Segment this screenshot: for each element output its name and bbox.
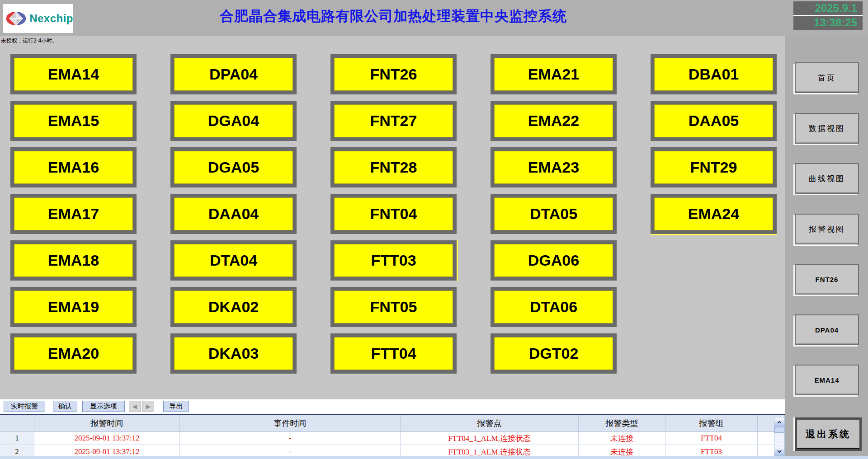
device-button-dgt02[interactable]: DGT02 <box>491 333 617 374</box>
right-arrow-icon: ▶ <box>146 403 151 410</box>
alarm-toolbar: 实时报警确认显示选项◀▶导出 <box>0 399 785 414</box>
sidebar-nav-2-曲线视图[interactable]: 曲线视图 <box>795 163 859 194</box>
alarm-cell: 2025-09-01 13:37:12 <box>34 432 180 445</box>
window-bottom-edge <box>0 456 868 459</box>
alarm-table-header: 报警时间事件时间报警点报警类型报警组 <box>0 415 785 432</box>
device-button-daa04[interactable]: DAA04 <box>170 194 297 234</box>
scrollbar-thumb[interactable] <box>774 427 784 433</box>
device-button-ema24[interactable]: EMA24 <box>651 194 777 234</box>
header-bar: Nexchip 合肥晶合集成电路有限公司加热处理装置中央监控系统 2025.9.… <box>0 0 868 36</box>
sidebar-device-fnt26[interactable]: FNT26 <box>795 264 859 295</box>
alarm-cell: FTT04_1_ALM.连接状态 <box>401 432 579 445</box>
device-button-dga05[interactable]: DGA05 <box>170 147 297 187</box>
sidebar-nav-1-数据视图[interactable]: 数据视图 <box>795 113 859 144</box>
row-number-cell: 1 <box>0 432 34 445</box>
sidebar-device-ema14[interactable]: EMA14 <box>795 365 859 395</box>
device-button-fnt26[interactable]: FNT26 <box>330 54 457 94</box>
display-options-button[interactable]: 显示选项 <box>82 401 125 412</box>
clock-time: 13:38:25 <box>793 16 863 29</box>
device-button-dga06[interactable]: DGA06 <box>491 240 617 281</box>
device-button-ema17[interactable]: EMA17 <box>10 194 137 234</box>
device-button-ema19[interactable]: EMA19 <box>10 287 137 327</box>
device-button-ema15[interactable]: EMA15 <box>10 101 137 141</box>
device-button-dka02[interactable]: DKA02 <box>170 287 297 327</box>
device-button-fnt04[interactable]: FNT04 <box>330 194 457 234</box>
alarm-cell: - <box>180 432 401 445</box>
device-button-dta04[interactable]: DTA04 <box>170 240 297 281</box>
alarm-row-2[interactable]: 22025-09-01 13:37:12-FTT03_1_ALM.连接状态未连接… <box>0 445 785 456</box>
device-button-ema22[interactable]: EMA22 <box>491 101 617 141</box>
scroll-up-button[interactable] <box>774 417 784 427</box>
device-button-fnt28[interactable]: FNT28 <box>330 147 457 187</box>
alarm-cell: 未连接 <box>579 432 665 445</box>
sidebar-device-dpa04[interactable]: DPA04 <box>795 314 859 345</box>
monitoring-screen: Nexchip 合肥晶合集成电路有限公司加热处理装置中央监控系统 2025.9.… <box>0 0 868 459</box>
acknowledge-button[interactable]: 确认 <box>53 401 77 412</box>
clock-date: 2025.9.1 <box>793 1 863 16</box>
chevron-up-icon <box>777 421 782 424</box>
alarm-cell: 2025-09-01 13:37:12 <box>34 445 180 456</box>
column-header-blank-0 <box>0 415 34 432</box>
page-title: 合肥晶合集成电路有限公司加热处理装置中央监控系统 <box>0 6 787 26</box>
column-header-1: 报警时间 <box>34 415 180 432</box>
device-button-dta06[interactable]: DTA06 <box>491 287 617 327</box>
device-button-dpa04[interactable]: DPA04 <box>170 54 297 94</box>
column-header-4: 报警类型 <box>579 415 665 432</box>
table-scrollbar[interactable] <box>774 417 785 456</box>
left-arrow-icon: ◀ <box>132 403 137 410</box>
device-button-fnt27[interactable]: FNT27 <box>330 101 457 141</box>
device-button-ema18[interactable]: EMA18 <box>10 240 137 281</box>
device-button-ema21[interactable]: EMA21 <box>491 54 617 94</box>
device-button-dba01[interactable]: DBA01 <box>651 54 777 94</box>
device-button-ftt04[interactable]: FTT04 <box>330 333 457 374</box>
clock: 2025.9.1 13:38:25 <box>793 1 863 30</box>
device-button-fnt29[interactable]: FNT29 <box>651 147 777 187</box>
status-note: 未授权，运行2-4小时。 <box>1 37 57 45</box>
device-button-fnt05[interactable]: FNT05 <box>330 287 457 327</box>
device-button-ftt03[interactable]: FTT03 <box>330 240 457 281</box>
column-header-3: 报警点 <box>401 415 579 432</box>
alarm-row-1[interactable]: 12025-09-01 13:37:12-FTT04_1_ALM.连接状态未连接… <box>0 432 785 445</box>
page-prev-button[interactable]: ◀ <box>129 401 141 412</box>
row-number-cell: 2 <box>0 445 34 456</box>
device-button-ema20[interactable]: EMA20 <box>10 333 137 374</box>
device-button-ema16[interactable]: EMA16 <box>10 147 137 187</box>
column-header-5: 报警组 <box>665 415 758 432</box>
sidebar-nav-0-首页[interactable]: 首页 <box>795 62 859 93</box>
scroll-down-button[interactable] <box>774 446 784 456</box>
alarm-panel: 实时报警确认显示选项◀▶导出 报警时间事件时间报警点报警类型报警组 12025-… <box>0 399 785 456</box>
export-button[interactable]: 导出 <box>163 401 189 412</box>
device-button-ema14[interactable]: EMA14 <box>10 54 137 94</box>
realtime-alarm-button[interactable]: 实时报警 <box>4 401 45 412</box>
chevron-down-icon <box>777 450 782 453</box>
alarm-cell: FTT04 <box>665 432 758 445</box>
page-next-button[interactable]: ▶ <box>142 401 154 412</box>
alarm-table-body: 12025-09-01 13:37:12-FTT04_1_ALM.连接状态未连接… <box>0 432 785 456</box>
sidebar-nav-3-报警视图[interactable]: 报警视图 <box>795 214 859 244</box>
alarm-cell: 未连接 <box>579 445 665 456</box>
device-button-dka03[interactable]: DKA03 <box>170 333 297 374</box>
alarm-cell: FTT03_1_ALM.连接状态 <box>401 445 579 456</box>
column-header-2: 事件时间 <box>180 415 401 432</box>
device-button-ema23[interactable]: EMA23 <box>491 147 617 187</box>
alarm-cell: FTT03 <box>665 445 758 456</box>
device-button-daa05[interactable]: DAA05 <box>651 101 777 141</box>
main-panel: 未授权，运行2-4小时。 EMA14EMA15EMA16EMA17EMA18EM… <box>0 36 785 456</box>
sidebar: 首页数据视图曲线视图报警视图FNT26DPA04EMA14退出系统 <box>785 36 868 456</box>
alarm-cell: - <box>180 445 401 456</box>
device-button-dta05[interactable]: DTA05 <box>491 194 617 234</box>
device-button-dga04[interactable]: DGA04 <box>170 101 297 141</box>
exit-system-button[interactable]: 退出系统 <box>795 417 862 451</box>
